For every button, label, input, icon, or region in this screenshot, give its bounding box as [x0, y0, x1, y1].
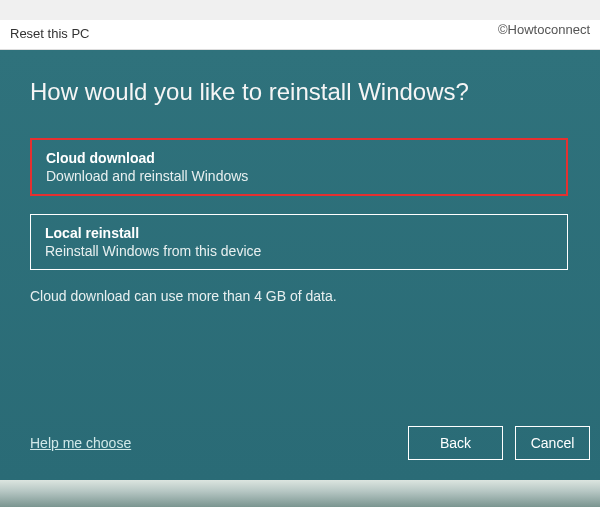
background-strip	[0, 480, 600, 507]
cancel-button[interactable]: Cancel	[515, 426, 590, 460]
option-local-reinstall-title: Local reinstall	[45, 225, 553, 241]
watermark-text: ©Howtoconnect	[498, 22, 590, 37]
info-text: Cloud download can use more than 4 GB of…	[30, 288, 570, 304]
page-heading: How would you like to reinstall Windows?	[30, 78, 570, 106]
back-button[interactable]: Back	[408, 426, 503, 460]
option-local-reinstall[interactable]: Local reinstall Reinstall Windows from t…	[30, 214, 568, 270]
bottom-bar: Help me choose Back Cancel	[30, 426, 590, 460]
main-panel: How would you like to reinstall Windows?…	[0, 50, 600, 480]
option-cloud-download[interactable]: Cloud download Download and reinstall Wi…	[30, 138, 568, 196]
help-me-choose-link[interactable]: Help me choose	[30, 435, 131, 451]
browser-top-strip	[0, 0, 600, 20]
option-local-reinstall-desc: Reinstall Windows from this device	[45, 243, 553, 259]
window-title: Reset this PC	[10, 26, 89, 41]
option-cloud-download-desc: Download and reinstall Windows	[46, 168, 552, 184]
option-cloud-download-title: Cloud download	[46, 150, 552, 166]
button-group: Back Cancel	[408, 426, 590, 460]
